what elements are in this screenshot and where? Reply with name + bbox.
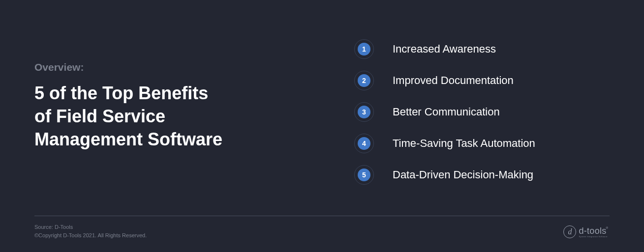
benefit-text: Increased Awareness [393, 43, 496, 56]
number-badge: 2 [354, 71, 374, 90]
logo-circle-icon: d [563, 225, 576, 238]
logo-subtext: System Integration Software [579, 236, 609, 238]
divider [34, 216, 610, 216]
title-line-3: Management Software [34, 129, 222, 149]
list-item: 1 Increased Awareness [354, 39, 610, 59]
number-badge: 3 [354, 102, 374, 122]
number-badge-inner: 5 [358, 168, 370, 181]
copyright-text: ©Copyright D-Tools 2021. All Rights Rese… [34, 232, 147, 238]
list-item: 4 Time-Saving Task Automation [354, 134, 610, 153]
number-badge-inner: 1 [358, 43, 370, 56]
left-column: Overview: 5 of the Top Benefits of Field… [34, 39, 310, 185]
logo-text: d-tools [579, 226, 606, 236]
benefit-text: Data-Driven Decision-Making [393, 168, 533, 181]
main-content: Overview: 5 of the Top Benefits of Field… [0, 0, 644, 185]
title-line-2: of Field Service [34, 106, 165, 126]
source-text: Source: D-Tools [34, 224, 73, 230]
footer-text: Source: D-Tools ©Copyright D-Tools 2021.… [34, 223, 610, 239]
list-item: 3 Better Communication [354, 102, 610, 122]
footer: Source: D-Tools ©Copyright D-Tools 2021.… [34, 216, 610, 239]
number-badge-inner: 4 [358, 137, 370, 150]
list-item: 2 Improved Documentation [354, 71, 610, 90]
number-badge: 1 [354, 39, 374, 59]
benefits-list: 1 Increased Awareness 2 Improved Documen… [330, 39, 610, 185]
registered-icon: ® [606, 226, 608, 229]
dtools-logo: d d-tools® System Integration Software [563, 225, 609, 238]
number-badge-inner: 2 [358, 74, 370, 87]
overview-label: Overview: [34, 61, 310, 73]
main-title: 5 of the Top Benefits of Field Service M… [34, 82, 310, 151]
benefit-text: Time-Saving Task Automation [393, 137, 535, 150]
number-badge-inner: 3 [358, 106, 370, 118]
benefit-text: Better Communication [393, 106, 500, 118]
logo-text-wrap: d-tools® System Integration Software [579, 226, 609, 238]
benefit-text: Improved Documentation [393, 74, 514, 87]
number-badge: 5 [354, 165, 374, 185]
title-line-1: 5 of the Top Benefits [34, 83, 208, 103]
number-badge: 4 [354, 134, 374, 153]
list-item: 5 Data-Driven Decision-Making [354, 165, 610, 185]
